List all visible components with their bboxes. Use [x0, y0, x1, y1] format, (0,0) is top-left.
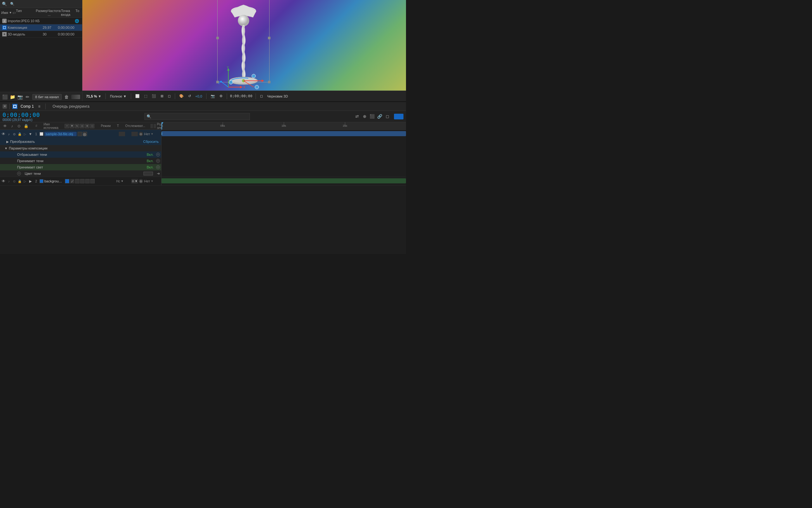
- layer-1-solo[interactable]: ⊙: [12, 132, 16, 136]
- layer-2-audio[interactable]: ♪: [7, 179, 11, 183]
- comp-params-section[interactable]: ▼ Параметры композиции: [0, 145, 161, 152]
- layer-1-lock[interactable]: 🔒: [17, 132, 22, 136]
- shadow-cast-value[interactable]: Вкл.: [146, 153, 154, 157]
- col-name-header[interactable]: Имя ▼ 🏷: [1, 9, 16, 16]
- layer-1-mode[interactable]: [119, 132, 125, 136]
- svg-point-15: [229, 80, 233, 84]
- time-display[interactable]: 0;00;00;00 00000 (29,97 кадр/с): [3, 112, 40, 122]
- tc-icon-5[interactable]: ◻: [384, 114, 390, 119]
- layer-1-transform-row[interactable]: ▶ Преобразовать Сбросить: [0, 138, 161, 145]
- view-mode-btn3[interactable]: ⬛: [151, 93, 158, 99]
- layer-1-audio[interactable]: ♪: [7, 132, 11, 136]
- layer-2-mode[interactable]: Нс ▼: [116, 179, 125, 183]
- transform-label: Преобразовать: [10, 140, 141, 143]
- layer-1-matte[interactable]: [131, 132, 138, 136]
- layer-1-expand[interactable]: ▼: [28, 132, 33, 136]
- transform-reset-btn[interactable]: Сбросить: [142, 139, 160, 144]
- layer-2-icon-3[interactable]: [75, 179, 80, 183]
- view-mode-btn2[interactable]: ⬚: [143, 93, 148, 99]
- comp-tab-label[interactable]: Comp 1: [19, 104, 36, 109]
- vt-sep1: [105, 93, 106, 99]
- timeline-ruler[interactable]: 0s 05s 10s 15s: [162, 122, 406, 130]
- svg-marker-9: [240, 86, 243, 88]
- layer-2-icon-1[interactable]: [65, 179, 69, 183]
- project-item-3d[interactable]: sample-.ile.obj 3D-модель 30 0:00:00:00: [0, 31, 82, 38]
- viewer-time-display[interactable]: 0;00;00;00: [230, 94, 252, 98]
- shadow-cast-label: Отбрасывает тени: [17, 153, 144, 157]
- comp-tab-menu[interactable]: ≡: [37, 104, 41, 109]
- comp-item-icon: [1, 25, 8, 30]
- viewer-panel: Y Z X: [82, 0, 406, 101]
- layer-2-icon-6[interactable]: [90, 179, 95, 183]
- tc-icon-1[interactable]: ⇄: [354, 114, 360, 119]
- zoom-dropdown-arrow: ▼: [98, 94, 101, 98]
- accepts-light-value[interactable]: Вкл.: [146, 165, 154, 169]
- playhead[interactable]: [162, 122, 162, 130]
- ruler-bar[interactable]: 0s 05s 10s 15s: [162, 122, 406, 130]
- shadow-color-stopwatch[interactable]: ⊙: [17, 172, 21, 175]
- shadow-color-swatch[interactable]: [143, 172, 153, 175]
- layer-2-expand[interactable]: ▶: [28, 179, 33, 183]
- layer-1-main[interactable]: 👁 ♪ ⊙ 🔒 ▷ ▼ 1 sample-3d-file.obj ◎: [0, 130, 161, 138]
- tc-icon-4[interactable]: 🔗: [377, 114, 383, 119]
- project-item-jpeg[interactable]: J backgro_peg.jpg ImporterJPEG 10 КБ 🌐: [0, 18, 82, 25]
- draft-mode-label[interactable]: Черновик 3D: [266, 94, 290, 99]
- layer-2-lock[interactable]: 🔒: [17, 179, 22, 183]
- project-search-input[interactable]: [8, 1, 80, 6]
- tc-icon-2[interactable]: ⊕: [362, 114, 367, 119]
- tab-close-btn[interactable]: ✕: [3, 104, 7, 109]
- layer-1-parent-icon: ◎: [139, 132, 143, 136]
- layer-2-eye[interactable]: 👁: [1, 179, 6, 183]
- vt-sep3: [175, 93, 175, 99]
- view-mode-btn1[interactable]: ⬜: [134, 93, 141, 99]
- pen-icon[interactable]: ✏: [25, 94, 30, 100]
- render-queue-tab[interactable]: Очередь рендеринга: [49, 104, 92, 109]
- shadow-cast-stopwatch[interactable]: ⊙: [156, 153, 160, 157]
- reset-view-btn[interactable]: ↺: [187, 93, 192, 99]
- camera-icon[interactable]: 📷: [17, 94, 23, 100]
- settings-btn[interactable]: ⚙: [218, 93, 224, 99]
- folder-icon[interactable]: 📁: [9, 94, 15, 100]
- quality-control[interactable]: Полное ▼: [109, 94, 128, 99]
- accepts-light-stopwatch[interactable]: ⊙: [156, 165, 160, 169]
- view-mode-btn5[interactable]: ◻: [167, 93, 172, 99]
- layer-2-matte[interactable]: ⊙ ▼: [131, 179, 138, 183]
- layer-2-icon-4[interactable]: [80, 179, 85, 183]
- svg-marker-18: [262, 80, 264, 82]
- layer-1-icon-1[interactable]: [78, 132, 82, 136]
- view-mode-btn4[interactable]: ⊞: [159, 93, 165, 99]
- layer-2-main[interactable]: 👁 ♪ ⊙ 🔒 ▷ ▶ 2 background.jpeg.jpg 🖊: [0, 177, 161, 185]
- camera-icon-btn[interactable]: 📷: [209, 93, 216, 99]
- zoom-control[interactable]: 71,5 % ▼: [85, 94, 102, 99]
- layer-2-shy[interactable]: ▷: [23, 179, 27, 183]
- monitor-icon[interactable]: ⬛: [2, 94, 8, 100]
- layer-1-shy[interactable]: ▷: [23, 132, 27, 136]
- project-item-comp[interactable]: Comp 1 Композиция 29,97 0;00;00;00: [0, 25, 82, 31]
- layer-2-icon-5[interactable]: [85, 179, 90, 183]
- layer-1-name[interactable]: sample-3d-file.obj: [44, 132, 77, 136]
- draft-icon[interactable]: ◻: [259, 93, 264, 99]
- timeline-search[interactable]: 🔍: [144, 113, 250, 120]
- project-search-bar[interactable]: 🔍: [0, 0, 82, 8]
- shadow-accept-row: Принимает тени Вкл. ⊙: [0, 158, 161, 164]
- bit-depth-label[interactable]: 8 бит на канал: [32, 94, 62, 100]
- layer-1-eye[interactable]: 👁: [1, 132, 6, 136]
- trash-icon[interactable]: 🗑: [63, 94, 69, 100]
- shadow-accept-label: Принимает тени: [17, 159, 144, 163]
- timeline-right-icons: ⇄ ⊕ ⬛ 🔗 ◻: [354, 114, 403, 119]
- layer-2-icon-2[interactable]: 🖊: [70, 179, 75, 183]
- color-offset[interactable]: +0,0: [194, 94, 204, 99]
- shadow-color-row: ⊙ Цвет тени ➜: [0, 170, 161, 177]
- timeline-search-input[interactable]: [153, 115, 248, 119]
- shadow-accept-stopwatch[interactable]: ⊙: [156, 159, 160, 163]
- transform-chevron: ▶: [6, 140, 9, 143]
- comp-item-fps: 29,97: [43, 26, 58, 30]
- shadow-accept-value[interactable]: Вкл.: [146, 159, 154, 163]
- layer-1-icon-2[interactable]: ◎: [83, 132, 87, 136]
- shadow-color-label: Цвет тени: [25, 172, 141, 175]
- layer-2-solo[interactable]: ⊙: [12, 179, 16, 183]
- layer-2-parent: Нет ▼: [144, 179, 160, 183]
- layer-2-name[interactable]: background.jpeg.jpg: [44, 179, 64, 183]
- tc-icon-3[interactable]: ⬛: [369, 114, 375, 119]
- color-picker-btn[interactable]: 🎨: [178, 93, 185, 99]
